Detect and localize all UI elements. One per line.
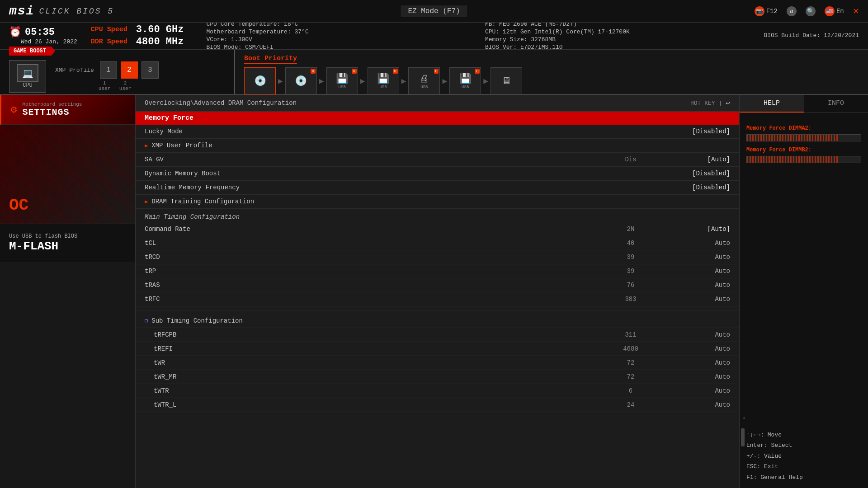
boot-priority-section: Boot Priority 💿 ▶ U 💿 ▶ U 💾 USB ▶ U 💾 US… <box>235 50 868 94</box>
search-button[interactable]: 🔍 <box>806 6 816 16</box>
boot-device-3[interactable]: U 💾 USB <box>368 67 399 94</box>
xmp-block: XMP Profile 1 2 3 1 user 2 user <box>55 61 159 91</box>
boot-arrow-1: ▶ <box>319 76 324 86</box>
sa-gv-row[interactable]: SA GV Dis [Auto] <box>136 153 739 167</box>
top-bar: msi CLICK BIOS 5 EZ Mode (F7) 📷 F12 ↺ 🔍 … <box>0 0 868 23</box>
ddr-speed-label: DDR Speed <box>91 38 132 46</box>
game-boost-label[interactable]: GAME BOOST <box>9 47 55 56</box>
msi-logo: msi <box>9 4 34 18</box>
time-display: ⏰ 05:35 <box>9 26 77 38</box>
sa-gv-label: SA GV <box>145 156 604 163</box>
sa-gv-mid: Dis <box>604 156 658 163</box>
xmp-user-profile-row[interactable]: ▶ XMP User Profile <box>136 139 739 153</box>
xmp-label: XMP Profile <box>55 67 94 74</box>
sidebar-item-mflash[interactable]: Use USB to flash BIOS M-FLASH <box>0 224 135 262</box>
panel-content: Memory Force DIMMA2: Memory Force DIMMB2… <box>740 113 868 424</box>
speed-block: CPU Speed 3.60 GHz DDR Speed 4800 MHz <box>91 24 184 47</box>
sub-timing-header-row[interactable]: ⊟ Sub Timing Configuration <box>136 314 739 328</box>
dynamic-mem-boost-label: Dynamic Memory Boost <box>145 170 604 177</box>
mem-size: Memory Size: 32768MB <box>485 36 750 43</box>
main-content: Overclocking\Advanced DRAM Configuration… <box>136 95 739 488</box>
boot-device-1[interactable]: U 💿 <box>285 67 317 94</box>
sys-info-center: CPU Core Temperature: 18°C MB: MEG Z690 … <box>197 21 750 51</box>
sa-gv-value: [Auto] <box>658 156 730 163</box>
boot-device-icon-2: 💾 <box>336 73 348 85</box>
xmp-btn-3[interactable]: 3 <box>142 61 159 79</box>
xmp-user-profile-label: XMP User Profile <box>151 142 730 149</box>
timing-row-0[interactable]: Command Rate 2N [Auto] <box>136 222 739 236</box>
footer-line-3: ESC: Exit <box>746 461 861 472</box>
boot-device-4[interactable]: U 🖨 USB <box>408 67 440 94</box>
timing-row-1[interactable]: tCL 40 Auto <box>136 236 739 250</box>
boot-arrow-5: ▶ <box>483 76 488 86</box>
mb-temp: Motherboard Temperature: 37°C <box>206 28 471 35</box>
boot-device-6[interactable]: 🖥 <box>491 67 522 94</box>
footer-line-2: +/-: Value <box>746 451 861 461</box>
boot-device-icon-3: 💾 <box>377 73 389 85</box>
lang-button[interactable]: 🇺🇸 En <box>825 6 844 16</box>
sub-timing-row-1[interactable]: tREFI 4680 Auto <box>136 342 739 356</box>
cpu-speed-label: CPU Speed <box>91 26 132 33</box>
footer-line-4: F1: General Help <box>746 472 861 483</box>
cpu-profile-block[interactable]: 💻 CPU <box>9 60 46 93</box>
xmp-btn-2[interactable]: 2 <box>121 61 138 79</box>
bios-subtitle: CLICK BIOS 5 <box>39 7 114 16</box>
sidebar-item-settings[interactable]: ⚙ Motherboard settings SETTINGS <box>0 95 135 125</box>
close-button[interactable]: ✕ <box>853 5 859 17</box>
tab-help[interactable]: HELP <box>740 95 804 113</box>
footer-line-1: Enter: Select <box>746 440 861 450</box>
timing-row-5[interactable]: tRFC 383 Auto <box>136 292 739 306</box>
realtime-mem-freq-row[interactable]: Realtime Memory Frequency [Disabled] <box>136 181 739 195</box>
xmp-user2: 2 user <box>117 80 134 91</box>
memory-force-header: Memory Force <box>136 112 739 125</box>
panel-footer: ↑↓←→: Move Enter: Select +/-: Value ESC:… <box>740 424 868 488</box>
mflash-title: M-FLASH <box>9 239 126 253</box>
boot-device-0[interactable]: 💿 <box>244 67 276 94</box>
boot-device-5[interactable]: U 💾 USB <box>449 67 481 94</box>
settings-title: SETTINGS <box>22 107 82 117</box>
panel-bar-dimma2 <box>746 134 861 141</box>
date-display: Wed 26 Jan, 2022 <box>21 38 77 45</box>
boot-arrow-4: ▶ <box>442 76 447 86</box>
sub-timing-row-4[interactable]: tWTR 6 Auto <box>136 384 739 398</box>
timing-row-4[interactable]: tRAS 76 Auto <box>136 278 739 292</box>
profile-bar: GAME BOOST 💻 CPU XMP Profile 1 2 3 1 use… <box>0 50 868 95</box>
boot-device-icon-5: 💾 <box>459 73 472 85</box>
boot-arrow-0: ▶ <box>278 76 283 86</box>
main-timing-title: Main Timing Configuration <box>136 209 739 222</box>
lucky-mode-row[interactable]: Lucky Mode [Disabled] <box>136 125 739 139</box>
panel-label-dimma2: Memory Force DIMMA2: <box>746 124 861 132</box>
tab-info[interactable]: INFO <box>804 95 868 113</box>
dynamic-mem-boost-row[interactable]: Dynamic Memory Boost [Disabled] <box>136 167 739 181</box>
settings-sidebar-icon: ⚙ <box>10 103 17 116</box>
hotkey-label: HOT KEY <box>690 100 715 107</box>
f12-button[interactable]: 📷 F12 <box>755 6 778 16</box>
boot-device-2[interactable]: U 💾 USB <box>326 67 358 94</box>
ddr-speed-row: DDR Speed 4800 MHz <box>91 36 184 47</box>
xmp-expand-icon: ▶ <box>145 142 148 149</box>
sub-timing-row-3[interactable]: tWR_MR 72 Auto <box>136 370 739 384</box>
cpu-speed-value: 3.60 GHz <box>136 24 184 35</box>
bios-build-date: BIOS Build Date: 12/20/2021 <box>764 31 859 41</box>
timing-row-2[interactable]: tRCD 39 Auto <box>136 250 739 264</box>
timing-row-3[interactable]: tRP 39 Auto <box>136 264 739 278</box>
game-boost-section: GAME BOOST 💻 CPU XMP Profile 1 2 3 1 use… <box>0 50 235 94</box>
top-right-controls: 📷 F12 ↺ 🔍 🇺🇸 En ✕ <box>755 5 859 17</box>
refresh-button[interactable]: ↺ <box>787 6 797 16</box>
sub-timing-row-2[interactable]: tWR 72 Auto <box>136 356 739 370</box>
f12-icon: 📷 <box>755 6 764 16</box>
right-panel: HELP INFO Memory Force DIMMA2: Memory Fo… <box>739 95 868 488</box>
boot-priority-title: Boot Priority <box>244 55 297 64</box>
sub-timing-row-0[interactable]: tRFCPB 311 Auto <box>136 328 739 342</box>
vcore: VCore: 1.300V <box>206 36 471 43</box>
dram-training-row[interactable]: ▶ DRAM Training Configuration <box>136 195 739 209</box>
sub-timing-row-5[interactable]: tWTR_L 24 Auto <box>136 398 739 412</box>
separator: | <box>719 100 722 107</box>
back-button[interactable]: ↩ <box>726 99 730 108</box>
ez-mode-button[interactable]: EZ Mode (F7) <box>401 5 467 17</box>
dram-training-label: DRAM Training Configuration <box>151 198 730 205</box>
panel-bar-dimma2-inner <box>747 135 838 141</box>
clock-icon: ⏰ <box>9 26 21 38</box>
sidebar-item-oc[interactable]: OC <box>0 125 135 224</box>
xmp-btn-1[interactable]: 1 <box>100 61 117 79</box>
